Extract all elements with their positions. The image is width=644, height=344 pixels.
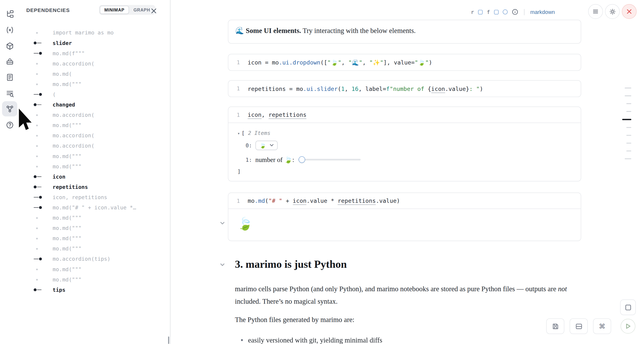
notebook-menu-button[interactable] — [588, 4, 603, 19]
cell-dot-icon — [33, 31, 44, 35]
minimap-item[interactable]: mo.md("# " + icon.value *… — [19, 202, 170, 213]
dependencies-panel: DEPENDENCIES MINIMAP GRAPH import marimo… — [19, 0, 170, 344]
minimap-item[interactable]: mo.md(""" — [19, 244, 170, 254]
minimap-item[interactable]: mo.md( — [19, 69, 170, 79]
scratchpad-icon — [6, 73, 14, 81]
settings-button[interactable] — [605, 4, 620, 19]
wave-emoji: 🌊 — [236, 27, 246, 35]
keyboard-shortcuts-button[interactable]: ⌘ — [593, 318, 611, 334]
line-number: 1 — [228, 86, 240, 92]
minimap-item[interactable]: icon, repetitions — [19, 192, 170, 202]
checkbox-icon[interactable] — [494, 10, 499, 15]
file-tree-button[interactable] — [2, 6, 17, 21]
tab-minimap[interactable]: MINIMAP — [100, 6, 129, 14]
view-toggle: MINIMAP GRAPH — [99, 5, 156, 15]
minimap-item[interactable]: icon — [19, 171, 170, 182]
minimap-item[interactable]: mo.md(""" — [19, 79, 170, 89]
cell-dot-icon — [33, 82, 44, 86]
scroll-minimap-line-active[interactable] — [622, 119, 631, 120]
minimap-item[interactable]: mo.md(""" — [19, 120, 170, 130]
scroll-minimap-line[interactable] — [626, 135, 631, 136]
slider-thumb[interactable] — [299, 156, 306, 163]
scroll-minimap-line[interactable] — [626, 143, 631, 143]
toolbox-button[interactable] — [2, 54, 17, 69]
scroll-minimap-line[interactable] — [626, 111, 631, 112]
scratchpad-button[interactable] — [2, 70, 17, 85]
dependencies-panel-header: DEPENDENCIES MINIMAP GRAPH — [26, 5, 164, 16]
dropdown-select[interactable]: 🍃 — [256, 140, 278, 150]
fullscreen-button[interactable] — [620, 299, 636, 315]
panel-close-button[interactable] — [150, 7, 158, 15]
toolbar-f-label: f — [487, 9, 490, 15]
toolbox-icon — [6, 57, 14, 66]
scroll-minimap-line[interactable] — [625, 96, 631, 96]
panel-scrollbar-thumb[interactable] — [168, 336, 169, 344]
minimap-item[interactable]: mo.md(""" — [19, 223, 170, 233]
minimap-item[interactable]: mo.md(""" — [19, 274, 170, 285]
tree-item-1: 1: number of 🍃: — [246, 154, 581, 165]
minimap-item[interactable]: repetitions — [19, 182, 170, 192]
minimap-item[interactable]: mo.md(""" — [19, 233, 170, 244]
minimap-item[interactable]: mo.accordion( — [19, 130, 170, 141]
chevron-down-icon — [270, 144, 274, 146]
scroll-minimap-line[interactable] — [626, 150, 631, 151]
section-collapse-chevron[interactable] — [220, 262, 226, 268]
bullet-marker: • — [241, 336, 243, 344]
outgoing-edge-icon — [33, 288, 44, 292]
slider-track[interactable] — [298, 159, 361, 160]
help-button[interactable] — [2, 117, 17, 132]
minimap-item[interactable]: import marimo as mo — [19, 28, 170, 38]
code-cell-tuple[interactable]: 1 icon, repetitions ▾[ 2 Items 0: 🍃 1: n… — [228, 106, 581, 181]
minimap-item[interactable]: slider — [19, 38, 170, 48]
logs-button[interactable] — [2, 86, 17, 101]
minimap-item[interactable]: mo.md(""" — [19, 151, 170, 161]
markdown-editor-clipped[interactable]: 1 🌊 **Some UI elements.** Try interactin… — [228, 0, 581, 4]
dependency-graph-icon — [6, 105, 14, 113]
gear-icon — [609, 8, 616, 15]
minimap-item[interactable]: mo.md(f""" — [19, 48, 170, 58]
chevron-down-icon — [220, 262, 225, 267]
scroll-minimap-line[interactable] — [626, 103, 631, 104]
cell-collapse-chevron[interactable] — [220, 220, 226, 226]
snippets-button[interactable] — [2, 22, 17, 37]
info-icon[interactable] — [512, 9, 518, 15]
package-box-icon — [6, 42, 14, 50]
cell-dot-icon — [33, 226, 44, 230]
minimap-item[interactable]: mo.accordion( — [19, 141, 170, 151]
shutdown-button[interactable] — [622, 4, 637, 19]
code-cell-markdown-expr[interactable]: 1 mo.md("# " + icon.value * repetitions.… — [228, 193, 581, 241]
chevron-down-icon — [220, 220, 225, 226]
minimap-item[interactable]: mo.accordion(tips) — [19, 254, 170, 264]
chevron-down-icon[interactable]: ▾ — [237, 131, 240, 136]
minimap-item[interactable]: mo.accordion( — [19, 110, 170, 120]
run-button[interactable] — [620, 319, 636, 334]
minimap-item[interactable]: mo.accordion( — [19, 58, 170, 69]
minimap-item[interactable]: mo.md(""" — [19, 213, 170, 223]
code-cell-dropdown[interactable]: 1 icon = mo.ui.dropdown(["🍃", "🌊", "✨"],… — [228, 54, 581, 71]
file-tree-icon — [6, 10, 14, 18]
minimap-item[interactable]: mo.md(""" — [19, 264, 170, 274]
checkbox-icon[interactable] — [478, 10, 483, 15]
scroll-minimap-line[interactable] — [625, 158, 631, 159]
minimap-item[interactable]: changed — [19, 99, 170, 110]
close-icon — [627, 9, 632, 14]
cell-dot-icon — [33, 154, 44, 158]
layout-select-button[interactable] — [570, 318, 588, 334]
incoming-edge-icon — [33, 51, 44, 56]
dependencies-button[interactable] — [2, 101, 17, 116]
markdown-language-badge[interactable]: markdown — [530, 9, 555, 15]
minimap-cell-list: import marimo as mo slider mo.md(f""" mo… — [19, 28, 170, 295]
incoming-edge-icon — [33, 195, 44, 199]
tree-root-row[interactable]: ▾[ 2 Items — [237, 130, 581, 136]
scroll-minimap-line[interactable] — [625, 88, 631, 88]
cell-dot-icon — [33, 236, 44, 240]
radio-circle-icon[interactable] — [503, 10, 508, 15]
save-button[interactable] — [546, 318, 564, 334]
tuple-output-tree: ▾[ 2 Items 0: 🍃 1: number of 🍃: — [228, 123, 581, 174]
minimap-item[interactable]: ( — [19, 89, 170, 99]
minimap-item[interactable]: tips — [19, 285, 170, 295]
code-cell-slider[interactable]: 1 repetitions = mo.ui.slider(1, 16, labe… — [228, 80, 581, 97]
packages-button[interactable] — [2, 38, 17, 54]
scroll-minimap-line[interactable] — [626, 127, 631, 128]
minimap-item[interactable]: mo.md(""" — [19, 161, 170, 171]
